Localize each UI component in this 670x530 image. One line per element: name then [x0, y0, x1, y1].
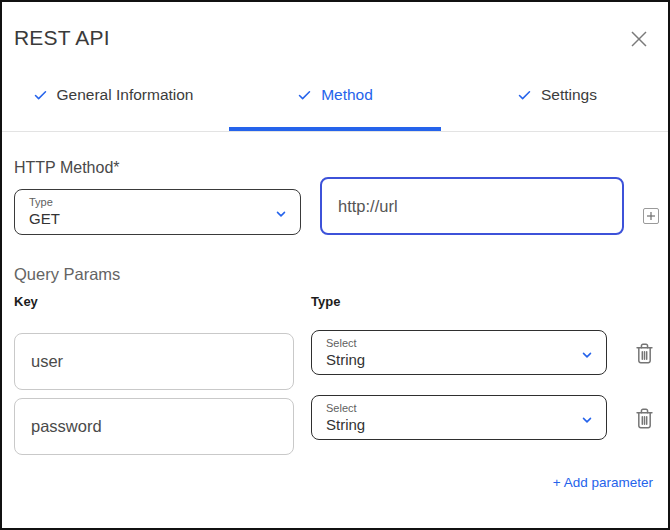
- url-input[interactable]: [320, 177, 624, 235]
- close-icon: [628, 28, 650, 50]
- check-icon: [517, 88, 532, 103]
- tab-label: General Information: [57, 86, 194, 104]
- dialog-header: REST API: [2, 2, 668, 54]
- tab-label: Settings: [541, 86, 597, 104]
- chevron-down-icon: [580, 413, 594, 427]
- rest-api-dialog: REST API General Information Method Sett…: [0, 0, 670, 530]
- query-params-rows: Select String: [14, 330, 656, 458]
- column-header-type: Type: [311, 294, 607, 309]
- tab-method[interactable]: Method: [224, 79, 446, 131]
- http-method-label: HTTP Method*: [14, 159, 656, 177]
- select-value: String: [326, 415, 592, 434]
- check-icon: [33, 88, 48, 103]
- select-floating-label: Type: [29, 195, 286, 209]
- select-value: GET: [29, 209, 286, 228]
- column-header-key: Key: [14, 294, 294, 309]
- trash-icon: [634, 407, 655, 430]
- select-floating-label: Select: [326, 336, 592, 350]
- tab-settings[interactable]: Settings: [446, 79, 668, 131]
- add-box-icon: [643, 208, 659, 224]
- delete-param-button[interactable]: [634, 407, 655, 434]
- param-row: Select String: [14, 330, 656, 393]
- http-method-row: Type GET: [14, 177, 656, 235]
- param-key-input[interactable]: [14, 333, 294, 390]
- chevron-down-icon: [274, 207, 288, 221]
- delete-param-button[interactable]: [634, 342, 655, 369]
- page-title: REST API: [14, 26, 110, 50]
- tab-label: Method: [321, 86, 373, 104]
- select-value: String: [326, 350, 592, 369]
- tab-general-information[interactable]: General Information: [2, 79, 224, 131]
- active-tab-underline: [229, 127, 441, 131]
- param-type-select[interactable]: Select String: [311, 395, 607, 440]
- check-icon: [297, 88, 312, 103]
- param-row: Select String: [14, 395, 656, 458]
- select-floating-label: Select: [326, 401, 592, 415]
- chevron-down-icon: [580, 348, 594, 362]
- add-parameter-container: + Add parameter: [14, 473, 656, 491]
- query-params-title: Query Params: [14, 265, 656, 284]
- query-params-header-row: Key Type: [14, 294, 656, 309]
- tab-content: HTTP Method* Type GET Query Params Key T…: [2, 159, 668, 491]
- add-url-button[interactable]: [643, 208, 659, 224]
- tab-bar: General Information Method Settings: [2, 79, 668, 132]
- http-method-type-select[interactable]: Type GET: [14, 189, 301, 235]
- trash-icon: [634, 342, 655, 365]
- close-button[interactable]: [628, 28, 650, 54]
- param-key-input[interactable]: [14, 398, 294, 455]
- param-type-select[interactable]: Select String: [311, 330, 607, 375]
- add-parameter-link[interactable]: + Add parameter: [553, 475, 653, 490]
